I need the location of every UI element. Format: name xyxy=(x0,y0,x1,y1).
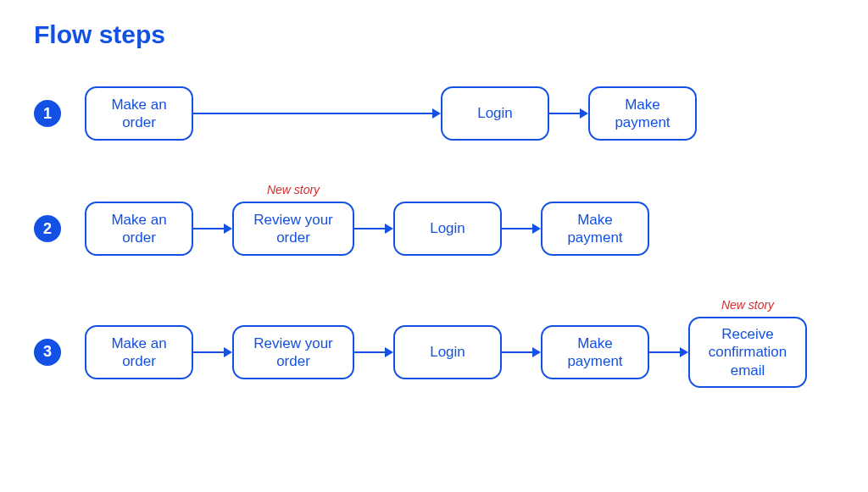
flow-step: Make an order xyxy=(85,86,193,141)
flow-step-box: Make payment xyxy=(541,325,649,379)
flow-step-box: Receive confirmation email xyxy=(688,317,807,388)
flow-step: New storyReceive confirmation email xyxy=(688,317,807,388)
flow-step-box: Make an order xyxy=(85,325,193,379)
arrow-icon xyxy=(502,224,541,234)
flow-step: Login xyxy=(393,202,502,256)
flow-step: Make an order xyxy=(85,202,193,256)
page-title: Flow steps xyxy=(34,20,834,49)
flow-row: 1Make an orderLoginMake payment xyxy=(34,86,834,141)
flow-step: Make payment xyxy=(541,325,649,379)
new-story-annotation: New story xyxy=(688,298,807,312)
arrow-icon xyxy=(549,108,588,119)
flow-step: Make payment xyxy=(541,202,649,256)
flow-step-box: Make an order xyxy=(85,86,193,141)
flow-step-box: Login xyxy=(393,325,502,379)
new-story-annotation: New story xyxy=(232,183,354,196)
flow-step-box: Login xyxy=(441,86,549,141)
step-number-badge: 2 xyxy=(34,215,61,242)
flow-row: 3Make an orderReview your orderLoginMake… xyxy=(34,317,834,388)
step-number-badge: 1 xyxy=(34,100,61,127)
flows-container: 1Make an orderLoginMake payment2Make an … xyxy=(34,86,834,388)
arrow-icon xyxy=(502,347,541,357)
flow-step: Make an order xyxy=(85,325,193,379)
arrow-icon xyxy=(193,224,232,234)
flow-step-box: Review your order xyxy=(232,325,354,379)
arrow-icon xyxy=(649,347,688,357)
arrow-icon xyxy=(354,347,393,357)
step-number-badge: 3 xyxy=(34,339,61,366)
flow-step-box: Make payment xyxy=(541,202,649,256)
flow-step: New storyReview your order xyxy=(232,202,354,256)
flow-step-box: Review your order xyxy=(232,202,354,256)
flow-step: Login xyxy=(393,325,502,379)
flow-step-box: Make payment xyxy=(588,86,697,141)
arrow-icon xyxy=(193,347,232,357)
flow-row: 2Make an orderNew storyReview your order… xyxy=(34,202,834,256)
flow-step-box: Login xyxy=(393,202,502,256)
flow-step: Make payment xyxy=(588,86,697,141)
flow-step: Login xyxy=(441,86,549,141)
arrow-icon xyxy=(354,224,393,234)
flow-step: Review your order xyxy=(232,325,354,379)
arrow-icon xyxy=(193,108,441,119)
flow-step-box: Make an order xyxy=(85,202,193,256)
